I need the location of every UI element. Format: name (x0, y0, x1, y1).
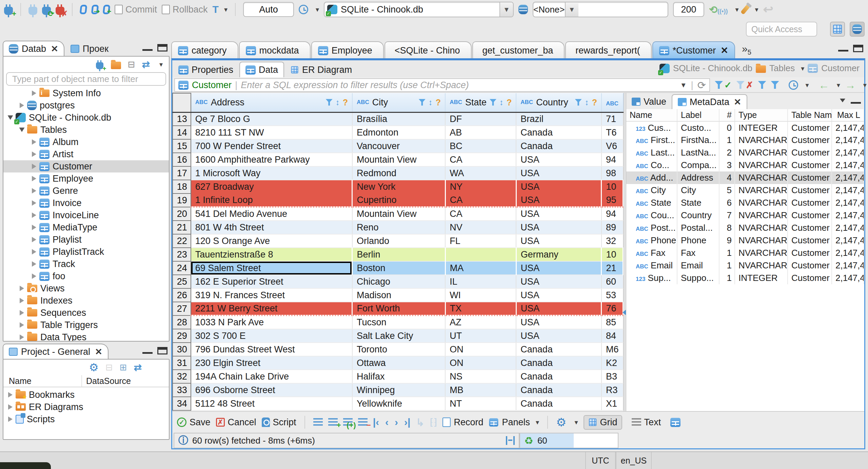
cell-state[interactable]: MA (445, 261, 516, 275)
first-row-icon[interactable]: |‹ (373, 416, 379, 428)
tree-item[interactable]: Invoice (3, 197, 169, 209)
cell-state[interactable]: ON (445, 356, 516, 370)
expand-arrow-icon[interactable] (19, 128, 25, 132)
cell-state[interactable]: NT (445, 397, 516, 410)
editor-tab[interactable]: rewards_report( (565, 41, 652, 59)
cell-city[interactable]: Redmond (352, 166, 445, 180)
row-number-cell[interactable]: 33 (173, 383, 191, 397)
cell-address[interactable]: 801 W 4th Street (191, 221, 352, 234)
cell-address[interactable]: 1033 N Park Ave (191, 315, 352, 329)
connect-icon[interactable] (28, 7, 37, 15)
commit-button[interactable]: Commit (115, 4, 157, 15)
row-number-cell[interactable]: 18 (173, 180, 191, 193)
cell-state[interactable]: NS (445, 370, 516, 383)
column-label[interactable]: Label (677, 109, 719, 121)
row-number-cell[interactable]: 25 (173, 275, 191, 288)
new-connection-icon[interactable]: + (4, 7, 13, 15)
fetch-prev-icon[interactable]: ← (818, 80, 829, 90)
expand-arrow-icon[interactable] (20, 298, 24, 303)
new-folder-icon[interactable] (111, 62, 121, 69)
minimize-icon[interactable] (851, 102, 861, 104)
cell-postal-partial[interactable]: 94 (601, 207, 623, 221)
minimize-icon[interactable] (142, 49, 153, 51)
tree-item[interactable]: Artist (3, 148, 169, 160)
cell-country[interactable]: USA (516, 288, 601, 302)
sort-icon[interactable]: ↕ (585, 98, 589, 107)
metadata-row[interactable]: ABC Last... LastNa... 2 NVARCHAR Custome… (626, 146, 864, 159)
cell-country[interactable]: Canada (516, 343, 601, 356)
auto-refresh-icon[interactable]: ⟲((•)) (709, 4, 728, 16)
row-number-cell[interactable]: 26 (173, 288, 191, 302)
fetch-next-icon[interactable]: → (845, 80, 856, 90)
minimize-icon[interactable] (838, 49, 848, 52)
tab-projects[interactable]: Проек (64, 41, 115, 56)
cell-address[interactable]: 302 S 700 E (191, 329, 352, 343)
column-type[interactable]: Type (735, 109, 788, 121)
dbeaver-perspective-icon[interactable] (850, 22, 865, 37)
next-row-icon[interactable]: › (395, 416, 398, 428)
cell-address[interactable]: 162 E Superior Street (191, 275, 352, 288)
tree-item[interactable]: SQLite - Chinook.db (3, 111, 169, 124)
expand-arrow-icon[interactable] (32, 225, 36, 230)
cell-state[interactable]: DF (445, 112, 516, 126)
cell-state[interactable]: ON (445, 343, 516, 356)
cell-address[interactable]: 230 Elgin Street (191, 356, 352, 370)
maximize-icon[interactable] (157, 347, 167, 354)
close-icon[interactable]: ✕ (721, 45, 728, 56)
tree-item[interactable]: Genre (3, 185, 169, 197)
cell-state[interactable]: FL (445, 234, 516, 248)
cell-address[interactable]: 1 Microsoft Way (191, 166, 352, 180)
cell-country[interactable]: Canada (516, 383, 601, 397)
expand-arrow-icon[interactable] (32, 261, 36, 267)
metadata-row[interactable]: ABC Post... Postal... 8 NVARCHAR Custome… (626, 222, 864, 234)
cell-state[interactable]: CA (445, 193, 516, 207)
filter-icon[interactable] (490, 99, 496, 106)
cell-country[interactable]: USA (516, 329, 601, 343)
cancel-button[interactable]: ✗Cancel (216, 417, 256, 428)
search-metadata-icon[interactable] (741, 4, 750, 15)
cell-city[interactable]: Edmonton (352, 126, 445, 139)
expand-arrow-icon[interactable] (32, 200, 36, 206)
cell-address[interactable]: 319 N. Frances Street (191, 288, 352, 302)
cell-postal-partial[interactable]: 85 (601, 315, 623, 329)
text-view-button[interactable]: Text (628, 416, 665, 429)
cell-country[interactable]: USA (516, 193, 601, 207)
expand-arrow-icon[interactable] (32, 249, 36, 254)
cell-country[interactable]: Canada (516, 126, 601, 139)
row-number-cell[interactable]: 15 (173, 139, 191, 153)
cell-city[interactable]: Mountain View (352, 207, 445, 221)
cell-country[interactable]: Canada (516, 370, 601, 383)
row-number-cell[interactable]: 27 (173, 302, 191, 315)
open-sql-script-icon[interactable]: + (103, 5, 111, 14)
expand-arrow-icon[interactable] (32, 176, 36, 181)
transaction-log-icon[interactable]: T▾ (213, 4, 228, 15)
column-name[interactable]: Name (3, 375, 82, 387)
cell-city[interactable]: Boston (352, 261, 445, 275)
cell-city[interactable]: Reno (352, 221, 445, 234)
cell-state[interactable]: NV (445, 221, 516, 234)
expand-icon[interactable]: ⊞ (120, 362, 127, 373)
locale-indicator[interactable]: en_US (616, 452, 652, 469)
filter-remove-icon[interactable] (736, 81, 745, 89)
cell-state[interactable]: WI (445, 288, 516, 302)
tree-item[interactable]: Bookmarks (3, 389, 169, 401)
close-icon[interactable]: ✕ (51, 44, 58, 54)
column-header-country[interactable]: ABCCountry↕? (516, 93, 601, 112)
expand-arrow-icon[interactable] (32, 237, 36, 242)
row-number-cell[interactable]: 16 (173, 153, 191, 166)
row-number-cell[interactable]: 20 (173, 207, 191, 221)
cell-address[interactable]: Qe 7 Bloco G (191, 112, 352, 126)
tree-item[interactable]: Scripts (3, 413, 169, 425)
cell-postal-partial[interactable]: M6 (601, 343, 623, 356)
cell-postal-partial[interactable]: 53 (601, 288, 623, 302)
cell-postal-partial[interactable]: 89 (601, 221, 623, 234)
gear-icon[interactable]: ⚙ (556, 415, 566, 429)
cell-address[interactable]: 1 Infinite Loop (191, 193, 352, 207)
tree-item[interactable]: System Info (3, 87, 169, 99)
sort-icon[interactable]: ↕ (429, 98, 433, 107)
tree-item[interactable]: Sequences (3, 307, 169, 319)
row-number-cell[interactable]: 28 (173, 315, 191, 329)
cell-postal-partial[interactable]: X1 (601, 397, 623, 410)
tree-item[interactable]: MediaType (3, 221, 169, 233)
view-menu-icon[interactable]: ▾ (159, 60, 163, 68)
